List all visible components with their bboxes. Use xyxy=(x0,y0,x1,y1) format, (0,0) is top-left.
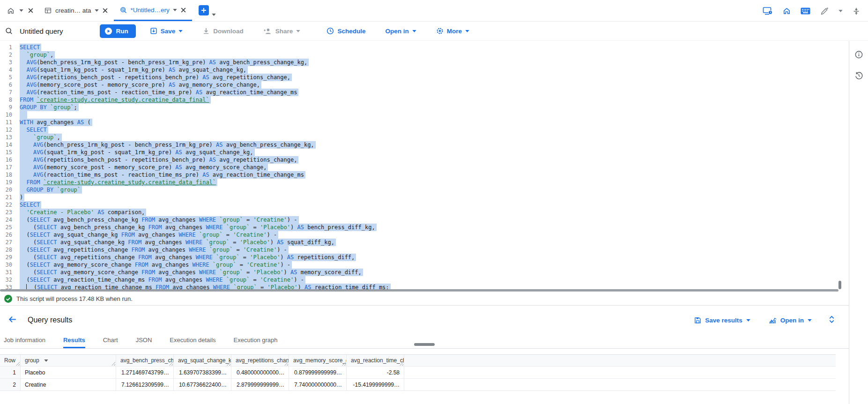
tab-execution-details[interactable]: Execution details xyxy=(170,332,215,348)
table-cell[interactable]: 2.879999999999… xyxy=(231,379,289,390)
code-line[interactable]: 17 AVG(memory_score_post - memory_score_… xyxy=(0,164,849,171)
code-line[interactable]: 26 (SELECT avg_squat_change_kg FROM avg_… xyxy=(0,231,849,239)
tab-chart[interactable]: Chart xyxy=(103,332,118,348)
code-line[interactable]: 21) xyxy=(0,194,849,201)
column-header[interactable]: Row xyxy=(0,355,21,366)
code-line[interactable]: 2 `group`, xyxy=(0,51,849,59)
table-cell[interactable]: 1.639707383399… xyxy=(174,367,231,378)
code-line[interactable]: 30 (SELECT avg_memory_score_change FROM … xyxy=(0,261,849,269)
tab-job-information[interactable]: Job information xyxy=(4,332,45,348)
home-icon[interactable] xyxy=(782,7,791,15)
code-line[interactable]: 19 FROM `creatine-study.creatine_study.c… xyxy=(0,179,849,186)
code-line[interactable]: 28 (SELECT avg_repetitions_change FROM a… xyxy=(0,246,849,254)
share-button[interactable]: Share xyxy=(260,24,304,38)
table-row[interactable]: 1Placebo1.271469743799…1.639707383399…0.… xyxy=(0,367,836,379)
code-line[interactable]: 13 `group`, xyxy=(0,134,849,141)
code-line[interactable]: 11WITH avg_changes AS ( xyxy=(0,119,849,126)
table-cell[interactable]: Creatine xyxy=(21,379,116,390)
tab-execution-graph[interactable]: Execution graph xyxy=(234,332,278,348)
pen-spark-icon[interactable] xyxy=(820,7,829,16)
history-icon[interactable] xyxy=(854,71,863,80)
close-icon[interactable] xyxy=(102,7,108,14)
table-cell[interactable]: 0.879999999999… xyxy=(289,367,347,378)
code-line[interactable]: 6 AVG(memory_score_post - memory_score_p… xyxy=(0,81,849,89)
row-number-cell[interactable]: 2 xyxy=(0,379,21,390)
keyboard-icon[interactable] xyxy=(801,7,810,15)
table-cell[interactable]: -15.4199999999… xyxy=(347,379,404,390)
add-tab-button[interactable] xyxy=(199,5,209,15)
chevron-down-icon[interactable] xyxy=(19,9,23,12)
selected-code-text: `group`, xyxy=(20,134,62,141)
code-line[interactable]: 8FROM `creatine-study.creatine_study.cre… xyxy=(0,96,849,104)
column-header[interactable]: avg_squat_change_kg xyxy=(174,355,231,366)
tab-overflow-chevron-icon[interactable] xyxy=(212,8,216,21)
code-line[interactable]: 20 GROUP BY `group` xyxy=(0,186,849,194)
code-line[interactable]: 23 'Creatine - Placebo' AS comparison, xyxy=(0,209,849,216)
code-line[interactable]: 32 (SELECT avg_reaction_time_change_ms F… xyxy=(0,276,849,284)
code-line[interactable]: 10 xyxy=(0,111,849,119)
code-line[interactable]: 29 (SELECT avg_repetitions_change FROM a… xyxy=(0,254,849,261)
table-cell[interactable]: 10.67736622400… xyxy=(174,379,231,390)
schedule-button[interactable]: Schedule xyxy=(323,24,369,38)
table-reference-link[interactable]: `creatine-study.creatine_study.creatine_… xyxy=(44,179,216,186)
code-line[interactable]: 3 AVG(bench_press_1rm_kg_post - bench_pr… xyxy=(0,59,849,66)
table-cell[interactable]: Placebo xyxy=(21,367,116,378)
table-cell[interactable]: -2.58 xyxy=(347,367,404,378)
close-icon[interactable] xyxy=(28,7,34,14)
column-header[interactable]: avg_memory_score_change xyxy=(289,355,347,366)
run-button[interactable]: Run xyxy=(100,24,136,38)
code-line[interactable]: 24 (SELECT avg_bench_press_change_kg FRO… xyxy=(0,216,849,224)
column-header[interactable]: group xyxy=(21,355,116,366)
save-button[interactable]: Save xyxy=(146,24,187,38)
table-reference-link[interactable]: `creatine-study.creatine_study.creatine_… xyxy=(37,97,209,103)
editor-vertical-scrollbar[interactable] xyxy=(838,281,841,289)
table-cell[interactable]: 1.271469743799… xyxy=(116,367,174,378)
column-header[interactable]: avg_repetitions_change xyxy=(231,355,289,366)
home-tab[interactable] xyxy=(0,0,38,21)
row-number-cell[interactable]: 1 xyxy=(0,367,21,378)
code-line[interactable]: 18 AVG(reaction_time_ms_post - reaction_… xyxy=(0,171,849,179)
table-cell[interactable]: 7.126612309599… xyxy=(116,379,174,390)
download-button[interactable]: Download xyxy=(199,24,247,38)
table-row[interactable]: 2Creatine7.126612309599…10.67736622400…2… xyxy=(0,379,836,391)
tab-results[interactable]: Results xyxy=(63,332,85,348)
code-line[interactable]: 27 (SELECT avg_squat_change_kg FROM avg_… xyxy=(0,239,849,246)
close-icon[interactable] xyxy=(180,7,186,13)
compress-icon[interactable] xyxy=(852,7,861,15)
more-button[interactable]: More xyxy=(432,24,473,38)
table-cell[interactable]: 7.740000000000… xyxy=(289,379,347,390)
open-results-in-button[interactable]: Open in xyxy=(766,316,815,324)
tab-untitled-query[interactable]: *Untitled…ery xyxy=(114,0,192,21)
code-line[interactable]: 7 AVG(reaction_time_ms_post - reaction_t… xyxy=(0,89,849,96)
chevron-down-icon[interactable] xyxy=(95,9,99,12)
table-cell[interactable]: 0.480000000000… xyxy=(231,367,289,378)
tab-table-editor[interactable]: creatin… ata xyxy=(38,0,114,21)
column-header[interactable]: avg_reaction_time_change_ms xyxy=(347,355,404,366)
code-line[interactable]: 15 AVG(squat_1rm_kg_post - squat_1rm_kg_… xyxy=(0,149,849,156)
sql-editor[interactable]: 1SELECT2 `group`,3 AVG(bench_press_1rm_k… xyxy=(0,41,849,292)
save-results-button[interactable]: Save results xyxy=(691,316,753,324)
code-line[interactable]: 5 AVG(repetitions_bench_post - repetitio… xyxy=(0,74,849,81)
chevron-down-icon[interactable] xyxy=(838,10,843,12)
window-session-icon[interactable] xyxy=(763,7,773,15)
code-line[interactable]: 25 (SELECT avg_bench_press_change_kg FRO… xyxy=(0,224,849,231)
chevron-down-icon[interactable] xyxy=(173,9,177,11)
editor-horizontal-scrollbar[interactable] xyxy=(0,289,838,292)
code-line[interactable]: 16 AVG(repetitions_bench_post - repetiti… xyxy=(0,156,849,164)
code-line[interactable]: 14 AVG(bench_press_1rm_kg_post - bench_p… xyxy=(0,141,849,149)
sort-chevron-icon[interactable] xyxy=(44,359,48,362)
tab-json[interactable]: JSON xyxy=(136,332,152,348)
column-header[interactable]: avg_bench_press_change_kg xyxy=(116,355,174,366)
panel-resize-handle[interactable] xyxy=(414,343,435,346)
code-line[interactable]: 12 SELECT xyxy=(0,126,849,134)
clock-icon xyxy=(326,27,334,35)
code-line[interactable]: 22SELECT xyxy=(0,201,849,209)
code-line[interactable]: 1SELECT xyxy=(0,44,849,51)
open-in-button[interactable]: Open in xyxy=(381,24,420,38)
back-button[interactable] xyxy=(6,313,19,328)
code-line[interactable]: 31 (SELECT avg_memory_score_change FROM … xyxy=(0,269,849,276)
info-icon[interactable] xyxy=(854,50,863,59)
expand-panel-button[interactable] xyxy=(828,314,836,326)
code-line[interactable]: 4 AVG(squat_1rm_kg_post - squat_1rm_kg_p… xyxy=(0,66,849,74)
code-line[interactable]: 9GROUP BY `group`; xyxy=(0,104,849,111)
